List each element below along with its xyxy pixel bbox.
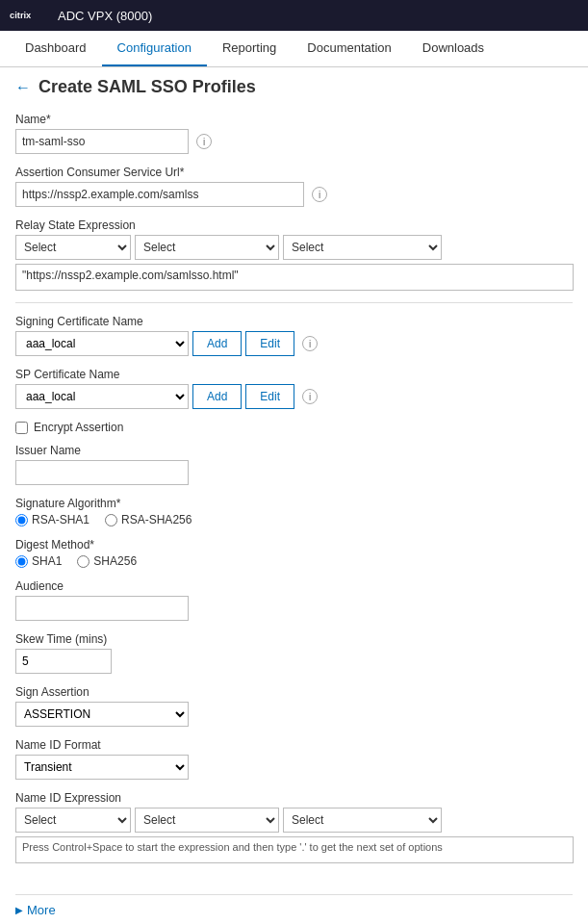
digest-sha256-radio[interactable]	[77, 555, 89, 568]
logo-area: citrix ADC VPX (8000)	[10, 6, 152, 25]
name-id-format-select[interactable]: Transient Persistent Email Unspecified	[15, 755, 189, 780]
app-name: ADC VPX (8000)	[58, 9, 152, 23]
relay-state-select2[interactable]: Select	[135, 235, 279, 260]
sig-algo-rsa-sha1-radio[interactable]	[15, 514, 28, 526]
sign-assertion-label: Sign Assertion	[15, 685, 573, 699]
issuer-name-label: Issuer Name	[15, 444, 573, 457]
signature-algo-group: Signature Algorithm* RSA-SHA1 RSA-SHA256	[15, 497, 573, 526]
nav-reporting[interactable]: Reporting	[207, 31, 292, 66]
encrypt-assertion-row: Encrypt Assertion	[15, 421, 573, 434]
acs-url-label: Assertion Consumer Service Url*	[15, 166, 573, 179]
nav-configuration[interactable]: Configuration	[102, 31, 207, 66]
sp-cert-label: SP Certificate Name	[15, 368, 573, 381]
issuer-name-group: Issuer Name	[15, 444, 573, 485]
name-label: Name*	[15, 113, 573, 126]
acs-url-info-icon[interactable]: i	[312, 187, 327, 202]
name-id-expr-label: Name ID Expression	[15, 791, 573, 805]
acs-url-group: Assertion Consumer Service Url* i	[15, 166, 573, 207]
sign-assertion-select[interactable]: ASSERTION RESPONSE BOTH NONE	[15, 702, 189, 727]
encrypt-assertion-label: Encrypt Assertion	[34, 421, 123, 434]
sp-cert-edit-button[interactable]: Edit	[245, 384, 294, 409]
name-id-select3[interactable]: Select	[283, 808, 442, 833]
signing-cert-group: Signing Certificate Name aaa_local Add E…	[15, 315, 573, 356]
skew-time-label: Skew Time (mins)	[15, 632, 573, 646]
header: citrix ADC VPX (8000)	[0, 0, 588, 31]
name-id-selects: Select Select Select	[15, 808, 573, 833]
sp-cert-group: SP Certificate Name aaa_local Add Edit i	[15, 368, 573, 409]
skew-time-group: Skew Time (mins)	[15, 632, 573, 674]
sig-algo-rsa-sha1-label: RSA-SHA1	[32, 513, 89, 526]
svg-text:citrix: citrix	[10, 11, 32, 20]
digest-sha1-radio[interactable]	[15, 555, 28, 568]
signing-cert-add-button[interactable]: Add	[192, 331, 242, 356]
name-info-icon[interactable]: i	[196, 134, 212, 149]
signature-algo-label: Signature Algorithm*	[15, 497, 573, 510]
page-content: ← Create SAML SSO Profiles Name* i Asser…	[0, 67, 588, 894]
digest-sha1-label: SHA1	[32, 554, 62, 568]
nav-documentation[interactable]: Documentation	[292, 31, 406, 66]
sp-cert-info-icon[interactable]: i	[302, 389, 318, 404]
sig-algo-rsa-sha1-option[interactable]: RSA-SHA1	[15, 513, 89, 526]
digest-method-group: Digest Method* SHA1 SHA256	[15, 538, 573, 568]
sign-assertion-group: Sign Assertion ASSERTION RESPONSE BOTH N…	[15, 685, 573, 727]
more-section[interactable]: ▶ More	[15, 894, 573, 924]
digest-sha256-option[interactable]: SHA256	[77, 554, 137, 568]
digest-sha1-option[interactable]: SHA1	[15, 554, 62, 568]
relay-state-expression-value: "https://nssp2.example.com/samlsso.html"	[15, 264, 574, 291]
more-expand-icon: ▶	[15, 905, 23, 915]
sp-cert-row: aaa_local Add Edit i	[15, 384, 573, 409]
name-id-select1[interactable]: Select	[15, 808, 131, 833]
signing-cert-row: aaa_local Add Edit i	[15, 331, 573, 356]
more-section-container: ▶ More	[0, 894, 588, 924]
back-arrow-icon[interactable]: ←	[15, 79, 31, 96]
signature-algo-radios: RSA-SHA1 RSA-SHA256	[15, 513, 573, 526]
signing-cert-select[interactable]: aaa_local	[15, 331, 189, 356]
sig-algo-rsa-sha256-label: RSA-SHA256	[121, 513, 192, 526]
issuer-name-input[interactable]	[15, 460, 189, 485]
name-id-format-group: Name ID Format Transient Persistent Emai…	[15, 738, 573, 780]
sp-cert-select[interactable]: aaa_local	[15, 384, 189, 409]
digest-method-label: Digest Method*	[15, 538, 573, 552]
nav-bar: Dashboard Configuration Reporting Docume…	[0, 31, 588, 67]
relay-state-select3[interactable]: Select	[283, 235, 442, 260]
digest-sha256-label: SHA256	[93, 554, 137, 568]
name-id-hint: Press Control+Space to start the express…	[15, 836, 574, 863]
name-id-select2[interactable]: Select	[135, 808, 279, 833]
sp-cert-add-button[interactable]: Add	[192, 384, 242, 409]
audience-label: Audience	[15, 579, 573, 593]
nav-downloads[interactable]: Downloads	[407, 31, 499, 66]
name-input[interactable]	[15, 129, 189, 154]
relay-state-selects: Select Select Select	[15, 235, 573, 260]
page-title-row: ← Create SAML SSO Profiles	[15, 77, 573, 97]
acs-url-input[interactable]	[15, 182, 304, 207]
citrix-logo-icon: citrix	[10, 6, 48, 25]
divider1	[15, 302, 573, 303]
relay-state-label: Relay State Expression	[15, 218, 573, 232]
name-id-format-label: Name ID Format	[15, 738, 573, 752]
encrypt-assertion-checkbox[interactable]	[15, 422, 28, 434]
signing-cert-edit-button[interactable]: Edit	[245, 331, 294, 356]
signing-cert-label: Signing Certificate Name	[15, 315, 573, 328]
skew-time-input[interactable]	[15, 649, 112, 674]
digest-method-radios: SHA1 SHA256	[15, 554, 573, 568]
sig-algo-rsa-sha256-radio[interactable]	[105, 514, 117, 526]
nav-dashboard[interactable]: Dashboard	[10, 31, 102, 66]
page-title: Create SAML SSO Profiles	[38, 77, 256, 97]
relay-state-group: Relay State Expression Select Select Sel…	[15, 218, 573, 291]
name-id-expr-group: Name ID Expression Select Select Select …	[15, 791, 573, 863]
signing-cert-info-icon[interactable]: i	[302, 336, 318, 351]
name-group: Name* i	[15, 113, 573, 154]
more-label: More	[27, 903, 56, 917]
relay-state-select1[interactable]: Select	[15, 235, 131, 260]
audience-group: Audience	[15, 579, 573, 621]
audience-input[interactable]	[15, 596, 189, 621]
sig-algo-rsa-sha256-option[interactable]: RSA-SHA256	[105, 513, 192, 526]
